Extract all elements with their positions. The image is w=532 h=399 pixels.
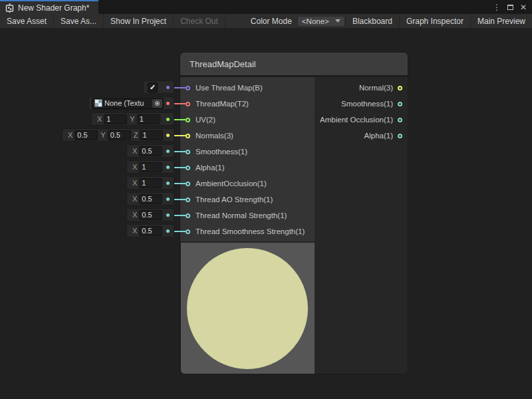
thread-smoothness-strength-widget: X <box>126 224 174 237</box>
axis-label: X <box>132 163 137 171</box>
output-row: Ambient Occlusion(1) <box>315 112 408 128</box>
node-threadmapdetail[interactable]: ThreadMapDetail Use Thread Map(B) Thread… <box>180 52 408 374</box>
maximize-icon[interactable] <box>507 5 513 10</box>
node-header[interactable]: ThreadMapDetail <box>180 53 408 75</box>
output-port-column: Normal(3) Smoothness(1) Ambient Occlusio… <box>315 77 408 144</box>
port-stub[interactable] <box>166 102 170 105</box>
axis-label: X <box>132 227 137 235</box>
output-port-label: Alpha(1) <box>364 132 393 140</box>
output-port[interactable] <box>398 118 402 122</box>
color-mode-label: Color Mode <box>245 14 297 28</box>
axis-label: Y <box>100 131 105 139</box>
port-stub[interactable] <box>166 213 170 217</box>
input-port-label: UV(2) <box>196 116 215 124</box>
axis-label: X <box>132 211 137 219</box>
save-asset-button[interactable]: Save Asset <box>0 14 54 28</box>
input-port-column: Use Thread Map(B) ThreadMap(T2) UV(2) No… <box>180 77 315 241</box>
input-row: Thread AO Strength(1) <box>180 192 315 207</box>
close-icon[interactable]: ✕ <box>520 3 527 11</box>
output-port[interactable] <box>398 86 402 90</box>
input-port[interactable] <box>186 182 190 186</box>
shader-graph-window: New Shader Graph* ⋮ ✕ Save Asset Save As… <box>0 0 532 399</box>
output-row: Smoothness(1) <box>315 96 408 112</box>
node-body: Use Thread Map(B) ThreadMap(T2) UV(2) No… <box>180 77 408 241</box>
output-port[interactable] <box>398 134 402 138</box>
input-port[interactable] <box>186 229 190 234</box>
ambient-occlusion-x-field[interactable] <box>139 178 162 188</box>
normals-z-field[interactable] <box>140 130 163 140</box>
uv-widget: X Y <box>91 112 174 126</box>
object-picker-icon <box>155 101 160 106</box>
input-port-label: Normals(3) <box>196 132 233 140</box>
threadmap-object-field[interactable]: None (Textu <box>92 98 164 109</box>
input-port[interactable] <box>186 150 190 154</box>
node-preview <box>181 243 315 374</box>
object-picker-button[interactable] <box>152 99 162 108</box>
output-row: Alpha(1) <box>315 128 408 144</box>
uv-x-field[interactable] <box>104 114 127 124</box>
thread-smoothness-strength-x-field[interactable] <box>139 226 162 236</box>
input-port[interactable] <box>186 102 190 106</box>
save-as-button[interactable]: Save As... <box>54 14 104 28</box>
use-thread-map-checkbox[interactable]: ✓ <box>148 82 158 92</box>
show-in-project-button[interactable]: Show In Project <box>104 14 174 28</box>
axis-label: X <box>132 179 137 187</box>
input-port[interactable] <box>186 198 190 202</box>
input-row: Thread Normal Strength(1) <box>180 207 315 223</box>
preview-sphere <box>187 248 308 369</box>
smoothness-widget: X <box>126 144 174 158</box>
normals-x-field[interactable] <box>74 130 98 140</box>
chevron-down-icon <box>335 19 340 23</box>
output-port-label: Ambient Occlusion(1) <box>320 116 393 124</box>
color-mode-value: <None> <box>302 17 332 25</box>
input-port-label: Thread Smoothness Strength(1) <box>196 227 305 235</box>
input-port[interactable] <box>186 118 190 122</box>
port-stub[interactable] <box>166 150 170 153</box>
input-port-label: Alpha(1) <box>196 164 224 172</box>
port-stub[interactable] <box>166 182 170 185</box>
color-mode-dropdown[interactable]: <None> <box>297 16 345 27</box>
axis-label: Y <box>130 115 134 123</box>
input-row: Alpha(1) <box>180 160 315 176</box>
normals-y-field[interactable] <box>108 130 131 140</box>
input-port[interactable] <box>186 134 190 138</box>
input-port-label: Use Thread Map(B) <box>196 84 263 92</box>
port-stub[interactable] <box>166 198 170 201</box>
port-stub[interactable] <box>166 118 170 121</box>
axis-label: X <box>97 115 102 123</box>
axis-label: X <box>132 147 137 155</box>
graph-inspector-button[interactable]: Graph Inspector <box>399 14 470 28</box>
input-row: Use Thread Map(B) <box>180 80 315 96</box>
alpha-x-field[interactable] <box>139 162 162 172</box>
output-port[interactable] <box>398 102 402 106</box>
ambient-occlusion-widget: X <box>126 176 174 190</box>
uv-y-field[interactable] <box>137 114 160 124</box>
input-port[interactable] <box>186 86 190 90</box>
port-stub[interactable] <box>166 86 170 89</box>
window-controls: ⋮ ✕ <box>493 0 532 14</box>
thread-ao-strength-x-field[interactable] <box>139 194 162 204</box>
menu-icon[interactable]: ⋮ <box>493 3 501 11</box>
blackboard-button[interactable]: Blackboard <box>345 14 399 28</box>
main-preview-button[interactable]: Main Preview <box>470 14 532 28</box>
input-row: Smoothness(1) <box>180 144 315 160</box>
output-row: Normal(3) <box>315 80 408 96</box>
thread-normal-strength-x-field[interactable] <box>139 210 162 220</box>
input-port[interactable] <box>186 166 190 170</box>
thread-normal-strength-widget: X <box>126 208 174 221</box>
axis-label: X <box>132 195 137 203</box>
output-port-label: Normal(3) <box>359 84 393 92</box>
input-port-label: Thread Normal Strength(1) <box>196 211 287 219</box>
port-stub[interactable] <box>166 166 170 169</box>
input-port-label: ThreadMap(T2) <box>196 100 249 108</box>
toolbar: Save Asset Save As... Show In Project Ch… <box>0 14 532 28</box>
port-stub[interactable] <box>166 229 170 233</box>
port-stub[interactable] <box>166 134 170 137</box>
input-port[interactable] <box>186 213 190 218</box>
tab-new-shader-graph[interactable]: New Shader Graph* <box>0 0 98 14</box>
input-row: Thread Smoothness Strength(1) <box>180 223 315 239</box>
smoothness-x-field[interactable] <box>139 146 162 156</box>
alpha-widget: X <box>126 160 174 174</box>
threadmap-widget: None (Textu <box>88 96 174 110</box>
axis-label: X <box>68 131 72 139</box>
